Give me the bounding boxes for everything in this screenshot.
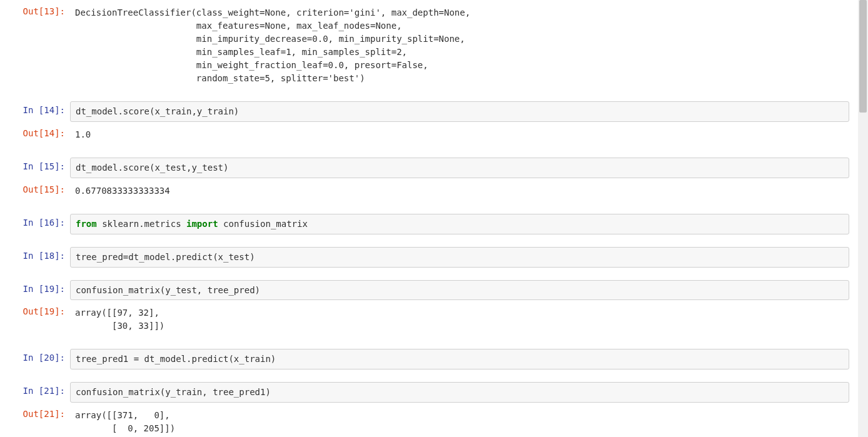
input-area-15[interactable]: dt_model.score(x_test,y_test) [70,158,849,178]
in-prompt-21: In [21]: [0,382,70,399]
input-cell-18[interactable]: In [18]: tree_pred=dt_model.predict(x_te… [0,247,868,268]
scrollbar-track[interactable] [858,0,868,437]
in-prompt-18: In [18]: [0,247,70,264]
in-prompt-15: In [15]: [0,158,70,175]
output-area-19: array([[97, 32], [30, 33]]) [70,303,849,336]
keyword-from: from [76,219,97,229]
input-area-16[interactable]: from sklearn.metrics import confusion_ma… [70,214,849,234]
input-area-20[interactable]: tree_pred1 = dt_model.predict(x_train) [70,349,849,369]
input-area-14[interactable]: dt_model.score(x_train,y_train) [70,101,849,122]
input-cell-14[interactable]: In [14]: dt_model.score(x_train,y_train) [0,101,868,122]
output-cell-13: Out[13]: DecisionTreeClassifier(class_we… [0,3,868,89]
out-prompt-21: Out[21]: [0,405,70,423]
output-area-15: 0.6770833333333334 [70,181,849,201]
input-cell-16[interactable]: In [16]: from sklearn.metrics import con… [0,214,868,234]
input-cell-21[interactable]: In [21]: confusion_matrix(y_train, tree_… [0,382,868,403]
output-area-13: DecisionTreeClassifier(class_weight=None… [70,3,849,89]
in-prompt-16: In [16]: [0,214,70,231]
module-text: sklearn.metrics [97,219,186,229]
input-cell-20[interactable]: In [20]: tree_pred1 = dt_model.predict(x… [0,349,868,369]
output-cell-14: Out[14]: 1.0 [0,124,868,145]
keyword-import: import [186,219,218,229]
in-prompt-19: In [19]: [0,280,70,298]
out-prompt-19: Out[19]: [0,303,70,320]
output-cell-19: Out[19]: array([[97, 32], [30, 33]]) [0,303,868,336]
input-area-19[interactable]: confusion_matrix(y_test, tree_pred) [70,280,849,301]
in-prompt-20: In [20]: [0,349,70,366]
input-cell-19[interactable]: In [19]: confusion_matrix(y_test, tree_p… [0,280,868,301]
scrollbar-thumb[interactable] [859,0,867,113]
in-prompt-14: In [14]: [0,101,70,119]
input-cell-15[interactable]: In [15]: dt_model.score(x_test,y_test) [0,158,868,178]
output-cell-15: Out[15]: 0.6770833333333334 [0,181,868,201]
output-area-14: 1.0 [70,124,849,145]
import-target: confusion_matrix [218,219,308,229]
input-area-18[interactable]: tree_pred=dt_model.predict(x_test) [70,247,849,268]
output-cell-21: Out[21]: array([[371, 0], [ 0, 205]]) [0,405,868,437]
input-area-21[interactable]: confusion_matrix(y_train, tree_pred1) [70,382,849,403]
out-prompt-13: Out[13]: [0,3,70,20]
output-area-21: array([[371, 0], [ 0, 205]]) [70,405,849,437]
out-prompt-15: Out[15]: [0,181,70,198]
out-prompt-14: Out[14]: [0,124,70,142]
